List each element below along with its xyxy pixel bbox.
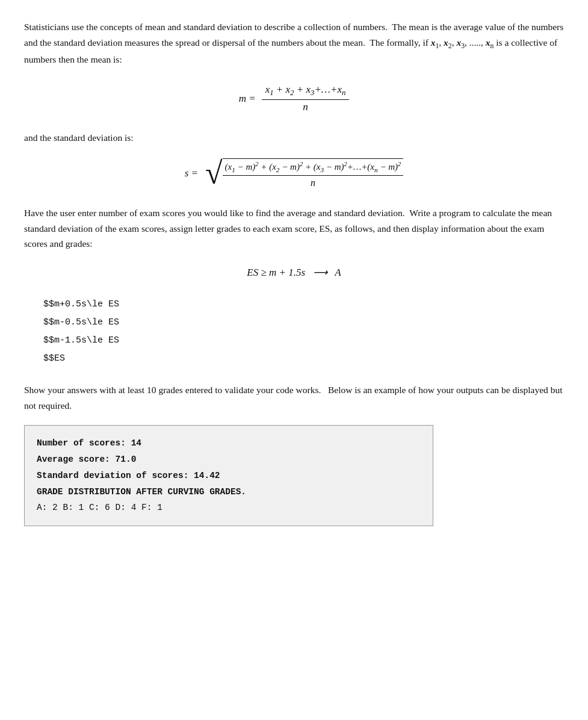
arrow-symbol: ⟶ — [313, 267, 327, 278]
output-line-4: GRADE DISTRIBUTION AFTER CURVING GRADES. — [37, 484, 421, 500]
grade-formula-a: ES ≥ m + 1.5s ⟶ A — [24, 266, 564, 279]
show-text-paragraph: Show your answers with at least 10 grade… — [24, 382, 564, 413]
std-formula: s = √ (x1 − m)2 + (x2 − m)2 + (x3 − m)2+… — [24, 158, 564, 188]
instructions-paragraph: Have the user enter number of exam score… — [24, 205, 564, 252]
output-line-2: Average score: 71.0 — [37, 452, 421, 468]
code-line-4: $$ES — [43, 350, 564, 368]
code-line-2: $$m-0.5s\le ES — [43, 314, 564, 332]
mean-numerator: x1 + x2 + x3+…+xn — [262, 84, 350, 99]
mean-denominator: n — [299, 100, 312, 113]
output-line-3: Standard deviation of scores: 14.42 — [37, 468, 421, 484]
std-denominator: n — [308, 176, 318, 188]
main-content: Statisticians use the concepts of mean a… — [24, 19, 564, 526]
code-line-3: $$m-1.5s\le ES — [43, 332, 564, 350]
sqrt-symbol: √ — [205, 160, 223, 187]
std-numerator: (x1 − m)2 + (x2 − m)2 + (x3 − m)2+…+(xn … — [223, 161, 404, 176]
std-label: and the standard deviation is: — [24, 130, 564, 146]
output-line-1: Number of scores: 14 — [37, 435, 421, 452]
code-line-1: $$m+0.5s\le ES — [43, 296, 564, 314]
output-line-5: A: 2 B: 1 C: 6 D: 4 F: 1 — [37, 500, 421, 516]
mean-lhs: m = — [239, 93, 256, 105]
sqrt-content: (x1 − m)2 + (x2 − m)2 + (x3 − m)2+…+(xn … — [223, 158, 404, 188]
mean-fraction: x1 + x2 + x3+…+xn n — [262, 84, 350, 113]
mean-formula: m = x1 + x2 + x3+…+xn n — [24, 84, 564, 113]
intro-paragraph: Statisticians use the concepts of mean a… — [24, 19, 564, 67]
std-lhs: s = — [185, 167, 198, 179]
sqrt-container: √ (x1 − m)2 + (x2 − m)2 + (x3 − m)2+…+(x… — [205, 158, 403, 188]
code-lines-block: $$m+0.5s\le ES $$m-0.5s\le ES $$m-1.5s\l… — [43, 296, 564, 368]
output-box: Number of scores: 14 Average score: 71.0… — [24, 425, 433, 526]
